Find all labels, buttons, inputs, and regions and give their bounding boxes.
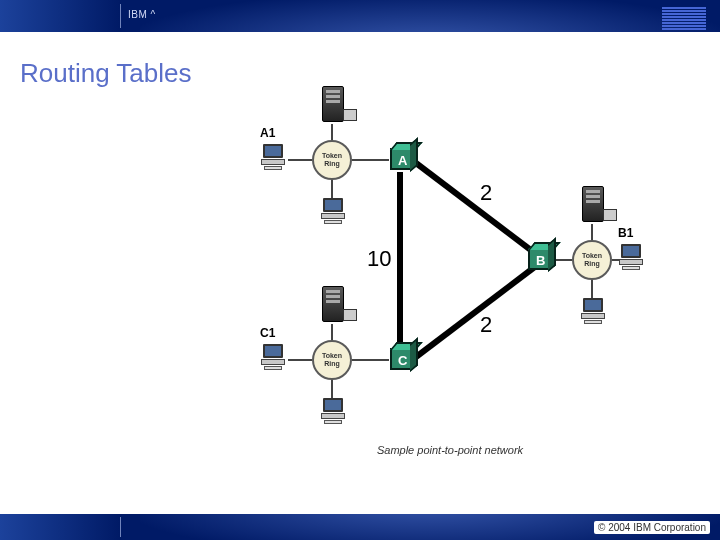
router-b-label: B [536, 253, 545, 268]
header-brand-text: IBM ^ [128, 9, 156, 20]
link-cost-ab: 2 [480, 180, 492, 206]
ibm-logo [662, 7, 706, 31]
diagram-caption: Sample point-to-point network [270, 444, 630, 456]
link-cost-bc: 2 [480, 312, 492, 338]
token-ring-a: Token Ring [312, 140, 352, 180]
server-icon [322, 86, 344, 122]
header-decoration [140, 0, 720, 32]
router-c: C [390, 348, 412, 370]
token-ring-c: Token Ring [312, 340, 352, 380]
server-icon [322, 286, 344, 322]
slide-title: Routing Tables [20, 58, 192, 89]
host-label-c1: C1 [260, 326, 275, 340]
router-b: B [528, 248, 550, 270]
workstation-icon [258, 144, 288, 172]
network-diagram: 2 2 10 A Token Ring A1 B Token Ring B1 C… [270, 80, 630, 450]
router-c-label: C [398, 353, 407, 368]
router-a-label: A [398, 153, 407, 168]
host-label-a1: A1 [260, 126, 275, 140]
header-separator [120, 4, 121, 28]
host-label-b1: B1 [618, 226, 633, 240]
workstation-icon [318, 398, 348, 426]
router-a: A [390, 148, 412, 170]
token-ring-b: Token Ring [572, 240, 612, 280]
workstation-icon [578, 298, 608, 326]
workstation-icon [258, 344, 288, 372]
link-cost-ac: 10 [367, 246, 391, 272]
footer-separator [120, 517, 121, 537]
header-bar: IBM ^ [0, 0, 720, 32]
svg-line-0 [412, 160, 536, 254]
copyright-text: © 2004 IBM Corporation [594, 521, 710, 534]
svg-line-1 [412, 266, 536, 360]
workstation-icon [616, 244, 646, 272]
server-icon [582, 186, 604, 222]
workstation-icon [318, 198, 348, 226]
